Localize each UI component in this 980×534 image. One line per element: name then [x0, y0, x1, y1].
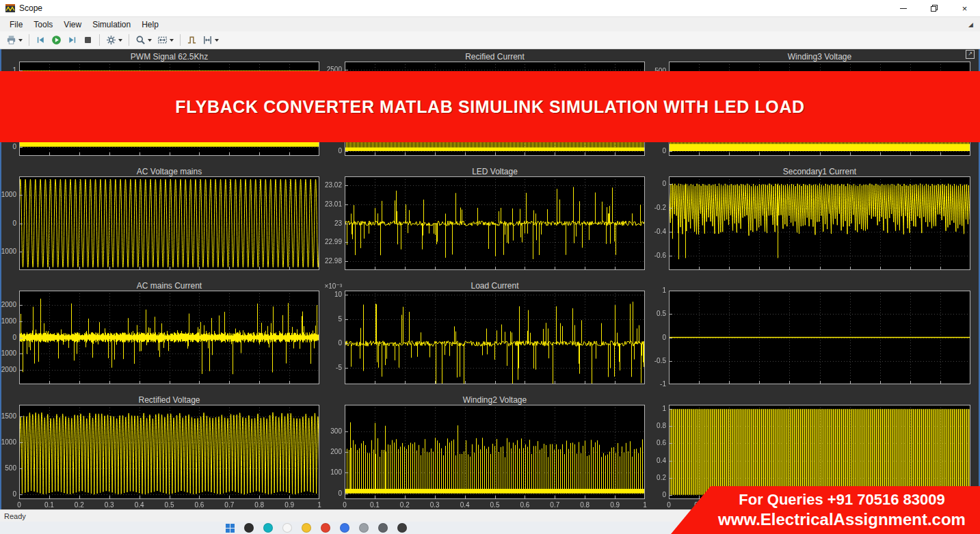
- y-axis-exponent-label: ×10⁻³: [312, 282, 342, 291]
- measurements-dropdown[interactable]: [200, 34, 221, 46]
- y-tick-label: 0.6: [640, 439, 666, 447]
- y-tick-label: 2000: [0, 301, 16, 309]
- plot-title: AC mains Current: [19, 282, 319, 291]
- taskbar-app-1[interactable]: [244, 523, 254, 533]
- taskbar-icons: [0, 523, 407, 533]
- run-button[interactable]: [49, 34, 64, 46]
- plot-canvas[interactable]: [669, 176, 970, 270]
- toolbar-separator: [99, 34, 100, 46]
- window-controls: ×: [888, 0, 980, 16]
- y-tick-label: 0: [316, 490, 342, 498]
- promo-banner-text: FLYBACK CONVERTER MATLAB SIMULINK SIMULA…: [175, 97, 804, 117]
- x-tick-label: 1: [633, 501, 657, 509]
- printer-icon: [6, 35, 16, 45]
- zoom-icon: [135, 35, 146, 45]
- plot-canvas[interactable]: [19, 291, 319, 384]
- step-forward-button[interactable]: [65, 34, 79, 46]
- x-tick-label: 0.6: [513, 501, 536, 509]
- x-tick-label: 0.1: [363, 501, 386, 509]
- y-tick-label: -0.6: [640, 252, 666, 260]
- x-tick-label: 0.3: [98, 501, 121, 509]
- taskbar-app-2[interactable]: [263, 523, 273, 533]
- x-tick-label: 0: [333, 501, 356, 509]
- stop-icon: [83, 35, 93, 45]
- plot-canvas[interactable]: [19, 405, 319, 499]
- x-tick-label: 0.4: [128, 501, 151, 509]
- y-tick-label: 1000: [0, 317, 16, 325]
- y-tick-label: 0.2: [640, 474, 666, 482]
- menubar-corner-icon[interactable]: ◢: [968, 21, 973, 28]
- zoom-dropdown[interactable]: [133, 34, 154, 46]
- x-tick-label: 0.5: [484, 501, 507, 509]
- dropdown-caret-icon: [148, 39, 152, 42]
- x-tick-label: 0: [657, 501, 680, 509]
- minimize-button[interactable]: [888, 0, 918, 16]
- start-button[interactable]: [226, 524, 235, 533]
- x-tick-label: 0.5: [158, 501, 181, 509]
- span-dropdown[interactable]: [155, 34, 176, 46]
- toolbar-separator: [180, 34, 181, 46]
- y-tick-label: -1000: [0, 248, 16, 256]
- x-tick-label: 0.6: [187, 501, 211, 509]
- y-tick-label: 23.01: [316, 200, 342, 209]
- measure-icon: [202, 35, 213, 45]
- plot-canvas[interactable]: [669, 405, 970, 499]
- step-back-icon: [36, 35, 46, 45]
- minimize-icon: [900, 8, 907, 9]
- step-back-button[interactable]: [34, 34, 48, 46]
- plot-canvas[interactable]: [345, 176, 645, 270]
- y-tick-label: 23.02: [316, 181, 342, 189]
- plot-title: Recified Current: [345, 53, 645, 62]
- y-tick-label: 0: [0, 490, 16, 498]
- taskbar-app-9[interactable]: [397, 523, 407, 533]
- x-tick-label: 0.7: [217, 501, 241, 509]
- menu-view[interactable]: View: [58, 18, 87, 31]
- x-tick-label: 0: [8, 501, 31, 509]
- menu-file[interactable]: File: [4, 18, 28, 31]
- restore-icon: [931, 5, 938, 12]
- plot-canvas[interactable]: [345, 405, 645, 499]
- plot-canvas[interactable]: [669, 291, 970, 384]
- taskbar-app-6[interactable]: [340, 523, 349, 533]
- toolbar: [0, 31, 980, 49]
- scope-app-icon: [5, 4, 15, 12]
- close-button[interactable]: ×: [949, 0, 980, 16]
- y-tick-label: 23: [316, 219, 342, 228]
- plot-title: LED Voltage: [345, 168, 645, 176]
- y-tick-label: 5: [316, 315, 342, 323]
- restore-button[interactable]: [918, 0, 949, 16]
- taskbar-app-7[interactable]: [359, 523, 369, 533]
- y-tick-label: 10: [316, 291, 342, 299]
- trigger-button[interactable]: [185, 34, 199, 46]
- taskbar-app-4[interactable]: [302, 523, 311, 533]
- print-dropdown[interactable]: [4, 34, 25, 46]
- menu-simulation[interactable]: Simulation: [87, 18, 136, 31]
- plot-canvas[interactable]: [19, 176, 319, 270]
- menu-help[interactable]: Help: [136, 18, 164, 31]
- y-tick-label: -1: [640, 380, 666, 388]
- menu-tools[interactable]: Tools: [28, 18, 58, 31]
- y-tick-label: 1000: [0, 438, 16, 446]
- plot-title: AC Voltage mains: [19, 168, 319, 176]
- y-tick-label: 22.99: [316, 238, 342, 246]
- dropdown-caret-icon: [18, 39, 23, 42]
- y-tick-label: -0.4: [640, 228, 666, 236]
- y-tick-label: 0: [0, 143, 16, 151]
- y-tick-label: 0: [0, 334, 16, 342]
- taskbar-app-3[interactable]: [282, 523, 292, 533]
- y-tick-label: 0.5: [640, 310, 666, 318]
- y-tick-label: 500: [0, 464, 16, 472]
- contact-phone: For Queries +91 70516 83009: [739, 490, 945, 509]
- status-text: Ready: [4, 512, 26, 520]
- plot-title: PWM Signal 62.5Khz: [19, 53, 319, 62]
- plot-canvas[interactable]: [345, 291, 645, 384]
- taskbar-app-8[interactable]: [378, 523, 388, 533]
- contact-banner: For Queries +91 70516 83009 www.Electric…: [671, 486, 980, 534]
- dock-scope-icon[interactable]: ↗: [966, 50, 975, 59]
- simulation-settings-dropdown[interactable]: [104, 34, 124, 46]
- taskbar-app-5[interactable]: [321, 523, 330, 533]
- y-tick-label: 1: [640, 286, 666, 295]
- stop-button[interactable]: [81, 34, 95, 46]
- y-tick-label: 1500: [0, 412, 16, 420]
- span-icon: [157, 35, 168, 45]
